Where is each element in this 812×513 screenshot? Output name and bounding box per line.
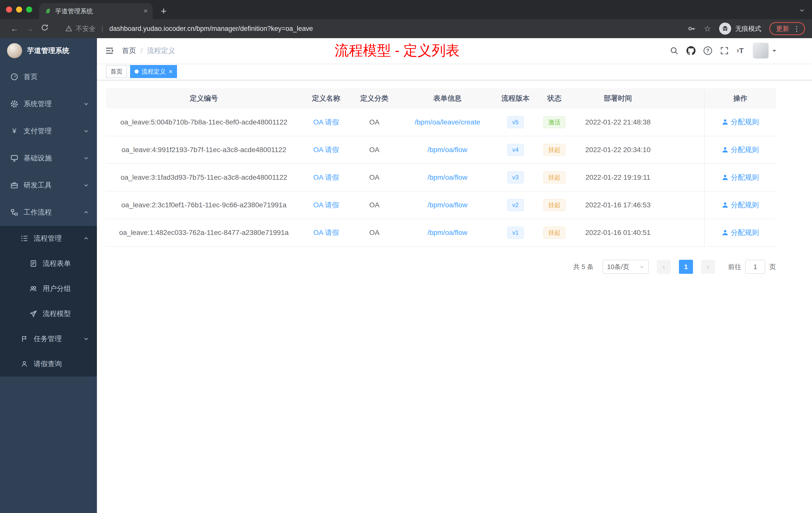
close-window-button[interactable] <box>6 6 12 12</box>
user-icon <box>722 230 728 236</box>
form-link[interactable]: /bpm/oa/flow <box>428 146 467 154</box>
address-bar[interactable]: dashboard.yudao.iocoder.cn/bpm/manager/d… <box>109 25 682 33</box>
sidebar-item-process-model[interactable]: 流程模型 <box>0 301 97 326</box>
page-goto-input[interactable] <box>745 260 765 274</box>
incognito-badge: 无痕模式 <box>719 23 761 35</box>
sidebar-item-home[interactable]: 首页 <box>0 63 97 90</box>
sidebar-toggle-icon[interactable] <box>105 46 114 55</box>
status-tag: 挂起 <box>543 172 566 183</box>
zoom-window-button[interactable] <box>26 6 32 12</box>
chevron-down-icon <box>639 264 644 269</box>
chevron-down-icon <box>83 128 89 134</box>
window-controls <box>0 0 39 19</box>
chevron-down-icon <box>83 155 89 161</box>
cell-deploy-time: 2022-01-22 21:48:38 <box>575 109 661 136</box>
version-tag: v3 <box>507 172 523 183</box>
new-tab-button[interactable]: + <box>161 6 167 16</box>
forward-button[interactable]: → <box>22 24 37 33</box>
col-header-name: 定义名称 <box>302 88 350 109</box>
chevron-down-icon <box>83 182 89 188</box>
fullscreen-icon[interactable] <box>720 47 729 55</box>
breadcrumb-home[interactable]: 首页 <box>122 46 136 56</box>
prev-page-button[interactable]: ‹ <box>657 260 671 274</box>
caret-down-icon <box>772 48 777 53</box>
incognito-icon <box>719 23 731 35</box>
password-key-icon[interactable] <box>688 25 696 33</box>
definition-name-link[interactable]: OA 请假 <box>313 174 339 181</box>
reload-button[interactable] <box>37 24 52 33</box>
dashboard-icon <box>10 73 19 81</box>
definition-name-link[interactable]: OA 请假 <box>313 201 339 209</box>
sidebar-item-infrastructure[interactable]: 基础设施 <box>0 145 97 172</box>
screen: 芋道管理系统 × + ← → 不安全 | dashboard.yudao.ioc… <box>0 0 812 513</box>
tag-process-definition[interactable]: 流程定义 × <box>130 65 177 78</box>
definition-name-link[interactable]: OA 请假 <box>313 229 339 236</box>
browser-menu-kebab-icon[interactable]: ⋮ <box>792 25 802 33</box>
sidebar-item-leave-query[interactable]: 请假查询 <box>0 351 97 376</box>
status-tag: 挂起 <box>543 144 566 156</box>
chrome-update-button[interactable]: 更新 ⋮ <box>769 22 805 35</box>
top-navbar: 首页 / 流程定义 流程模型 - 定义列表 ? тT <box>97 38 812 63</box>
bookmark-star-icon[interactable]: ☆ <box>704 24 711 33</box>
sidebar-item-payment[interactable]: ¥ 支付管理 <box>0 117 97 145</box>
monitor-icon <box>10 154 19 162</box>
list-tree-icon <box>20 234 29 242</box>
browser-tab[interactable]: 芋道管理系统 × <box>39 3 153 19</box>
table-row: oa_leave:5:004b710b-7b8a-11ec-8ef0-acde4… <box>106 109 776 136</box>
col-header-form: 表单信息 <box>398 88 497 109</box>
cell-category: OA <box>350 136 398 163</box>
font-size-icon[interactable]: тT <box>737 47 744 55</box>
sidebar-item-system[interactable]: 系统管理 <box>0 90 97 117</box>
chevron-down-icon <box>83 336 89 341</box>
col-header-filler <box>661 88 704 109</box>
status-tag: 挂起 <box>543 199 566 211</box>
form-link[interactable]: /bpm/oa/flow <box>428 201 467 209</box>
toolbox-icon <box>10 181 19 189</box>
sidebar-item-user-group[interactable]: 用户分组 <box>0 276 97 301</box>
cell-category: OA <box>350 219 398 246</box>
sidebar-item-process-form[interactable]: 流程表单 <box>0 251 97 276</box>
tag-home[interactable]: 首页 <box>106 65 127 78</box>
sidebar-item-label: 支付管理 <box>24 126 52 136</box>
sidebar-item-process-management[interactable]: 流程管理 <box>0 226 97 251</box>
cell-category: OA <box>350 191 398 219</box>
assign-rule-button[interactable]: 分配规则 <box>722 173 759 182</box>
assign-rule-button[interactable]: 分配规则 <box>722 117 759 127</box>
tag-close-icon[interactable]: × <box>169 68 173 75</box>
security-status[interactable]: 不安全 <box>65 24 95 33</box>
current-page-button[interactable]: 1 <box>679 260 693 274</box>
navbar-actions: ? тT <box>670 43 777 59</box>
avatar <box>753 43 769 59</box>
assign-rule-button[interactable]: 分配规则 <box>722 200 759 210</box>
red-annotation-title: 流程模型 - 定义列表 <box>335 41 460 60</box>
tab-search-chevron-icon[interactable] <box>799 6 805 15</box>
sidebar-item-label: 请假查询 <box>34 359 62 369</box>
user-avatar-menu[interactable] <box>753 43 777 59</box>
sidebar-item-devtools[interactable]: 研发工具 <box>0 172 97 199</box>
definition-name-link[interactable]: OA 请假 <box>313 146 339 154</box>
status-tag: 挂起 <box>543 227 566 239</box>
help-icon[interactable]: ? <box>703 47 712 55</box>
minimize-window-button[interactable] <box>16 6 22 12</box>
search-icon[interactable] <box>670 47 678 55</box>
chevron-up-icon <box>83 236 89 241</box>
form-link[interactable]: /bpm/oa/flow <box>428 174 467 181</box>
next-page-button[interactable]: › <box>701 260 715 274</box>
sidebar-logo[interactable]: 芋道管理系统 <box>0 38 97 63</box>
cell-definition-id: oa_leave:1:482ec033-762a-11ec-8477-a2380… <box>106 219 302 246</box>
sidebar-item-task-management[interactable]: 任务管理 <box>0 326 97 351</box>
assign-rule-button[interactable]: 分配规则 <box>722 228 759 237</box>
tab-close-icon[interactable]: × <box>144 7 148 14</box>
goto-label: 前往 <box>728 263 741 271</box>
page-size-select[interactable]: 10条/页 <box>603 260 649 274</box>
definition-name-link[interactable]: OA 请假 <box>313 118 339 126</box>
form-link[interactable]: /bpm/oa/leave/create <box>414 118 480 126</box>
gear-icon <box>10 100 19 108</box>
back-button[interactable]: ← <box>7 24 22 33</box>
browser-tab-strip: 芋道管理系统 × + <box>0 0 812 19</box>
sidebar-item-workflow[interactable]: 工作流程 <box>0 199 97 226</box>
form-link[interactable]: /bpm/oa/flow <box>428 229 467 236</box>
github-icon[interactable] <box>687 46 696 55</box>
chevron-up-icon <box>83 210 89 215</box>
assign-rule-button[interactable]: 分配规则 <box>722 145 759 155</box>
